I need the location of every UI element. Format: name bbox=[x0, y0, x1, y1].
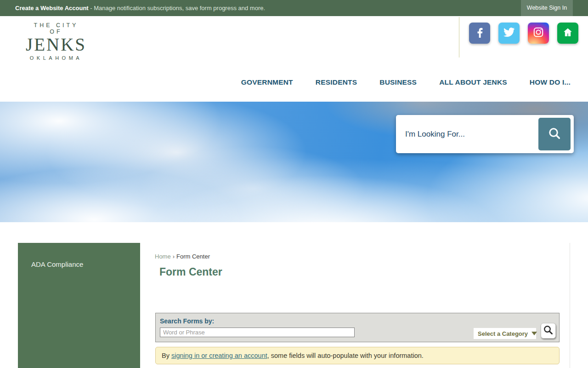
breadcrumb-separator: › bbox=[173, 253, 175, 260]
search-forms-panel: Search Forms by: Select a Category bbox=[155, 313, 560, 342]
notice-prefix: By bbox=[162, 352, 171, 359]
facebook-button[interactable] bbox=[469, 23, 490, 44]
nav-residents[interactable]: RESIDENTS bbox=[316, 78, 357, 86]
page-title: Form Center bbox=[159, 266, 222, 278]
breadcrumb-current: Form Center bbox=[176, 253, 210, 260]
hero-sky-image bbox=[0, 102, 588, 222]
nav-all-about-jenks[interactable]: ALL ABOUT JENKS bbox=[439, 78, 507, 86]
hero-search-widget bbox=[396, 115, 574, 153]
category-dropdown[interactable]: Select a Category bbox=[474, 328, 536, 339]
forms-search-button[interactable] bbox=[541, 323, 556, 339]
chevron-down-icon bbox=[531, 332, 537, 335]
instagram-button[interactable] bbox=[528, 23, 549, 44]
nextdoor-button[interactable] bbox=[557, 23, 578, 44]
left-sidebar: ADA Compliance bbox=[18, 243, 140, 368]
site-logo[interactable]: THE CITY OF JENKS OKLAHOMA bbox=[26, 22, 86, 61]
facebook-icon bbox=[474, 27, 485, 40]
sidebar-item-ada-compliance[interactable]: ADA Compliance bbox=[31, 260, 140, 268]
account-promo: Create a Website Account - Manage notifi… bbox=[15, 0, 265, 16]
website-sign-in-button[interactable]: Website Sign In bbox=[521, 0, 573, 16]
hero-search-input[interactable] bbox=[396, 115, 536, 153]
breadcrumb: Home›Form Center bbox=[155, 253, 210, 260]
logo-line3: OKLAHOMA bbox=[26, 55, 86, 61]
signin-notice-link[interactable]: signing in or creating an account bbox=[171, 352, 267, 359]
nextdoor-icon bbox=[562, 26, 574, 40]
category-dropdown-label: Select a Category bbox=[478, 330, 528, 337]
site-header: THE CITY OF JENKS OKLAHOMA GOVERNMENT bbox=[0, 16, 588, 102]
logo-line1: THE CITY OF bbox=[26, 22, 86, 35]
breadcrumb-home-link[interactable]: Home bbox=[155, 253, 171, 260]
word-or-phrase-input[interactable] bbox=[160, 328, 355, 337]
nav-government[interactable]: GOVERNMENT bbox=[241, 78, 293, 86]
main-content: Home›Form Center Form Center Search Form… bbox=[140, 243, 570, 368]
hero-search-button[interactable] bbox=[538, 118, 571, 150]
create-account-link[interactable]: Create a Website Account bbox=[15, 5, 89, 12]
search-icon bbox=[543, 325, 554, 337]
main-nav: GOVERNMENT RESIDENTS BUSINESS ALL ABOUT … bbox=[241, 78, 571, 86]
search-icon bbox=[548, 126, 561, 142]
instagram-icon bbox=[532, 26, 544, 40]
twitter-button[interactable] bbox=[498, 23, 520, 44]
header-divider bbox=[459, 17, 459, 58]
twitter-icon bbox=[503, 26, 515, 40]
nav-how-do-i[interactable]: HOW DO I... bbox=[530, 78, 571, 86]
account-promo-text: - Manage notification subscriptions, sav… bbox=[89, 5, 265, 12]
search-forms-label: Search Forms by: bbox=[160, 317, 214, 325]
nav-business[interactable]: BUSINESS bbox=[379, 78, 417, 86]
social-links bbox=[469, 23, 578, 44]
signin-notice: By signing in or creating an account, so… bbox=[155, 347, 560, 364]
topbar: Create a Website Account - Manage notifi… bbox=[0, 0, 588, 16]
logo-name: JENKS bbox=[26, 35, 86, 54]
notice-suffix: , some fields will auto-populate with yo… bbox=[267, 352, 424, 359]
